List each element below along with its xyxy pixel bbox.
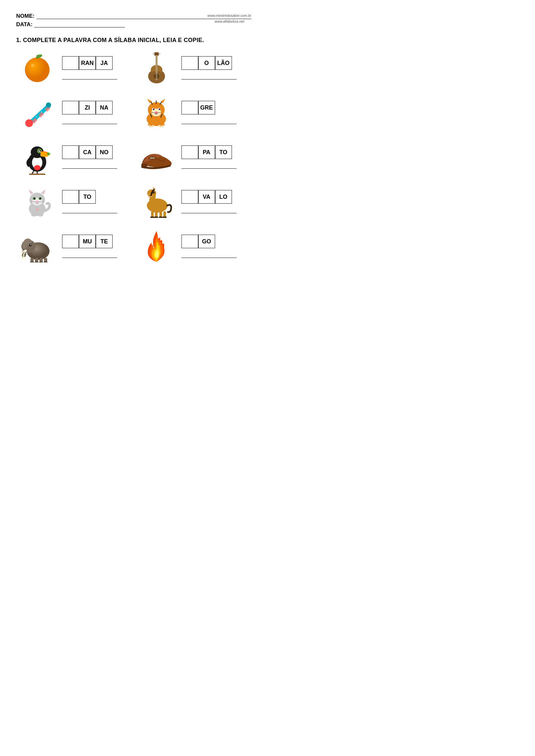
svg-point-50 <box>158 125 160 127</box>
svg-line-20 <box>28 104 48 122</box>
box-blank-guitar[interactable] <box>182 56 198 70</box>
word-boxes-horse: VA LO <box>182 190 237 213</box>
svg-point-52 <box>162 125 164 127</box>
box-blank-fire[interactable] <box>182 235 198 248</box>
svg-point-85 <box>40 198 40 199</box>
word-boxes-horn: ZI NA <box>62 101 117 124</box>
svg-point-55 <box>34 165 41 170</box>
box-blank-orange[interactable] <box>62 56 79 70</box>
copy-line-guitar <box>182 74 237 79</box>
exercise-row-3: CA NO <box>16 139 251 175</box>
boxes-row-tiger: GRE <box>182 101 237 114</box>
svg-point-1 <box>25 58 49 82</box>
box-blank-cat[interactable] <box>62 190 79 203</box>
copy-line-toucan <box>62 163 117 169</box>
copy-line-horn <box>62 118 117 124</box>
box-blank-toucan[interactable] <box>62 146 79 159</box>
boxes-row-shoe: PA TO <box>182 146 237 159</box>
image-fire <box>135 229 178 264</box>
svg-point-24 <box>41 111 42 113</box>
exercise-row-2: ZI NA <box>16 95 251 130</box>
boxes-row-orange: RAN JA <box>62 56 117 70</box>
svg-point-60 <box>40 150 41 151</box>
box-zi: ZI <box>79 101 96 114</box>
box-blank-shoe[interactable] <box>182 146 198 159</box>
box-blank-mammoth[interactable] <box>62 235 79 248</box>
image-tiger <box>135 95 178 130</box>
box-lo: LO <box>215 190 232 203</box>
svg-point-21 <box>25 119 33 127</box>
svg-point-89 <box>31 213 37 217</box>
box-blank-horn[interactable] <box>62 101 79 114</box>
box-blank-horse[interactable] <box>182 190 198 203</box>
box-gre: GRE <box>198 101 215 114</box>
svg-point-22 <box>46 102 51 108</box>
data-label: DATA: <box>16 21 32 28</box>
box-to-cat: TO <box>79 190 96 203</box>
copy-line-mammoth <box>62 252 117 258</box>
image-horn <box>16 95 58 130</box>
svg-point-23 <box>36 116 37 117</box>
svg-point-49 <box>152 125 154 127</box>
svg-point-84 <box>34 198 34 199</box>
website1: www.mestredosaber.com.br <box>207 13 251 19</box>
exercise-mammoth: MU TE <box>16 229 132 264</box>
word-boxes-orange: RAN JA <box>62 56 117 79</box>
image-mammoth <box>16 229 58 264</box>
copy-line-fire <box>182 252 237 258</box>
svg-point-51 <box>160 126 162 127</box>
svg-point-83 <box>39 198 41 200</box>
boxes-row-toucan: CA NO <box>62 146 117 159</box>
svg-rect-104 <box>159 217 163 218</box>
box-blank-tiger[interactable] <box>182 101 198 114</box>
svg-point-61 <box>47 152 50 155</box>
exercise-horn: ZI NA <box>16 95 132 130</box>
website-info: www.mestredosaber.com.br www.alfabetiza.… <box>207 13 251 24</box>
word-boxes-toucan: CA NO <box>62 146 117 169</box>
exercise-row-4: TO <box>16 184 251 220</box>
svg-point-70 <box>158 159 159 161</box>
box-mu: MU <box>79 235 96 248</box>
svg-point-111 <box>30 244 31 245</box>
svg-point-47 <box>148 125 150 127</box>
svg-point-69 <box>156 159 157 160</box>
word-boxes-shoe: PA TO <box>182 146 237 169</box>
svg-point-96 <box>154 192 154 192</box>
box-go: GO <box>198 235 215 248</box>
svg-point-48 <box>150 126 152 127</box>
exercise-guitar: O LÃO <box>135 50 252 86</box>
copy-line-tiger <box>182 118 237 124</box>
boxes-row-horn: ZI NA <box>62 101 117 114</box>
boxes-row-cat: TO <box>62 190 117 203</box>
word-boxes-mammoth: MU TE <box>62 235 117 258</box>
svg-point-90 <box>38 213 43 217</box>
exercises-grid: RAN JA <box>16 50 251 264</box>
svg-point-42 <box>155 112 157 114</box>
exercise-toucan: CA NO <box>16 139 132 175</box>
svg-point-82 <box>33 198 35 200</box>
nome-label: NOME: <box>16 13 35 19</box>
exercise-orange: RAN JA <box>16 50 132 86</box>
boxes-row-fire: GO <box>182 235 237 248</box>
boxes-row-mammoth: MU TE <box>62 235 117 248</box>
boxes-row-guitar: O LÃO <box>182 56 237 70</box>
box-o: O <box>198 56 215 70</box>
word-boxes-cat: TO <box>62 190 117 213</box>
copy-line-horse <box>182 207 237 213</box>
word-boxes-guitar: O LÃO <box>182 56 237 79</box>
copy-line-shoe <box>182 163 237 169</box>
exercise-horse: VA LO <box>135 184 252 220</box>
boxes-row-horse: VA LO <box>182 190 237 203</box>
image-cat <box>16 184 58 220</box>
svg-point-71 <box>160 160 162 161</box>
image-toucan <box>16 139 58 175</box>
exercise-row-5: MU TE <box>16 229 251 264</box>
box-lao: LÃO <box>215 56 232 70</box>
data-underline <box>34 22 125 27</box>
image-guitar <box>135 50 178 86</box>
box-ja: JA <box>96 56 113 70</box>
exercise-shoe: PA TO <box>135 139 252 175</box>
word-boxes-tiger: GRE <box>182 101 237 124</box>
instruction: 1. COMPLETE A PALAVRA COM A SÍLABA INICI… <box>16 37 251 44</box>
website2: www.alfabetiza.net <box>207 19 251 25</box>
